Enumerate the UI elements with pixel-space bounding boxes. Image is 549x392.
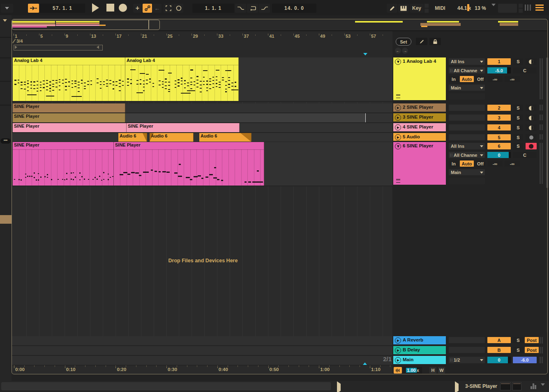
fold-arrow-icon[interactable] xyxy=(395,347,401,353)
io-input-box[interactable] xyxy=(449,124,485,131)
stop-button[interactable] xyxy=(106,4,114,11)
arrangement-position-display[interactable]: 57. 1. 1 xyxy=(40,4,85,13)
io-input-chooser[interactable]: All Ins xyxy=(449,143,485,149)
return-activator[interactable]: B xyxy=(487,347,511,353)
vertical-scrollbar[interactable] xyxy=(546,57,548,332)
record-button[interactable] xyxy=(119,4,127,12)
set-locator-button[interactable]: Set xyxy=(396,38,411,46)
browser-scroll-thumb[interactable] xyxy=(0,215,12,224)
return-lane-row[interactable] xyxy=(12,336,392,346)
unfold-arrow-icon[interactable] xyxy=(395,143,401,149)
playhead-marker-bottom[interactable] xyxy=(363,362,367,365)
main-pan-knob[interactable]: -6.0 xyxy=(513,357,537,363)
track-name-cell[interactable]: 4 SINE Player xyxy=(393,123,446,131)
io-output-chooser[interactable]: Main xyxy=(449,85,485,91)
io-extra-box[interactable] xyxy=(449,178,485,184)
fold-arrow-icon[interactable] xyxy=(395,124,401,131)
clip[interactable]: Audio 6 xyxy=(118,133,147,142)
arm-button[interactable] xyxy=(526,58,537,65)
time-signature-marker[interactable]: 3/4 xyxy=(16,39,23,44)
track-lane-row[interactable]: SINE Player xyxy=(12,113,392,123)
monitor-off-button[interactable]: Off xyxy=(475,76,486,82)
track-activator[interactable]: 3 xyxy=(487,115,511,121)
tempo-leader-dropdown[interactable] xyxy=(1,4,13,13)
volume-slider[interactable]: 0 xyxy=(487,152,511,158)
arrangement-loop-brace[interactable] xyxy=(14,45,103,50)
vertical-scrollbar-thumb[interactable] xyxy=(546,57,548,188)
fold-arrow-icon[interactable] xyxy=(395,115,401,121)
loop-end-handle[interactable] xyxy=(97,46,99,49)
time-selection-highlight[interactable] xyxy=(125,113,365,122)
capture-midi-button[interactable] xyxy=(164,4,173,13)
return-input-box[interactable] xyxy=(449,347,485,353)
arrangement-overview[interactable] xyxy=(12,19,547,31)
audition-button[interactable] xyxy=(394,367,402,374)
track-lane-row[interactable]: Audio 6Audio 6Audio 6 xyxy=(12,133,392,142)
automation-arm-button[interactable] xyxy=(143,4,152,13)
clip[interactable]: Analog Lab 4 xyxy=(13,57,125,101)
punch-in-button[interactable] xyxy=(235,4,246,13)
monitor-auto-button[interactable]: Auto xyxy=(460,76,474,82)
solo-button[interactable]: S xyxy=(513,337,523,343)
track-lane-row[interactable]: SINE PlayerSINE Player xyxy=(12,123,392,133)
fold-arrow-icon[interactable] xyxy=(395,357,401,363)
return-activator[interactable]: A xyxy=(487,337,511,343)
io-extra-box[interactable] xyxy=(449,93,485,100)
minutes-seconds-ruler[interactable]: 0:000:100:200:300:400:501:001:10 xyxy=(12,365,392,374)
track-lane-row[interactable]: SINE Player xyxy=(12,103,392,113)
monitor-off-button[interactable]: Off xyxy=(475,160,486,167)
device-thumbnail-2[interactable] xyxy=(512,382,521,390)
pre-post-toggle[interactable]: Post xyxy=(525,337,539,343)
status-play-button[interactable] xyxy=(337,384,341,391)
lock-envelopes-button[interactable] xyxy=(429,38,441,45)
playhead-marker-top[interactable] xyxy=(363,53,367,55)
monitor-auto-button[interactable]: Auto xyxy=(460,160,474,167)
main-output-chooser[interactable]: 1/2 xyxy=(449,357,485,363)
fold-arrow-icon[interactable] xyxy=(395,337,401,344)
loop-length-display[interactable]: 14. 0. 0 xyxy=(272,4,316,13)
pre-post-toggle[interactable]: Post xyxy=(525,347,539,353)
play-button[interactable] xyxy=(92,3,99,12)
track-name-cell[interactable]: 3 SINE Player xyxy=(393,113,446,121)
io-channel-chooser[interactable]: All Channe xyxy=(449,67,485,73)
track-lane-row[interactable]: SINE PlayerSINE Player xyxy=(12,142,392,186)
selected-device-title[interactable]: 3-SINE Player xyxy=(465,383,497,389)
arm-button[interactable] xyxy=(526,105,537,111)
io-channel-chooser[interactable]: All Channe xyxy=(449,152,485,158)
midi-map-button[interactable]: MIDI xyxy=(430,4,450,13)
computer-midi-keyboard-button[interactable] xyxy=(398,4,409,13)
volume-slider[interactable]: -5.0 xyxy=(487,67,511,73)
clip[interactable]: Audio 6 xyxy=(199,133,251,142)
automation-lane-toggle-icon[interactable] xyxy=(396,179,400,183)
monitor-in-button[interactable]: In xyxy=(449,160,459,167)
track-name-cell[interactable]: 2 SINE Player xyxy=(393,103,446,112)
device-thumbnail-1[interactable] xyxy=(500,382,511,390)
reenable-automation-button[interactable]: ← xyxy=(153,4,161,13)
automation-lane-toggle-icon[interactable] xyxy=(396,94,400,98)
follow-button[interactable] xyxy=(28,4,39,13)
fold-arrow-icon[interactable] xyxy=(395,105,401,111)
io-input-box[interactable] xyxy=(449,105,485,111)
draw-automation-button[interactable] xyxy=(416,38,427,45)
solo-button[interactable]: S xyxy=(513,58,523,65)
next-locator-button[interactable]: → xyxy=(402,48,408,54)
solo-button[interactable]: S xyxy=(513,115,523,121)
solo-button[interactable]: S xyxy=(513,143,523,149)
track-activator[interactable]: 4 xyxy=(487,124,511,131)
loop-start-handle[interactable] xyxy=(15,46,17,49)
arm-button[interactable] xyxy=(526,124,537,131)
cpu-dropdown-caret[interactable] xyxy=(491,6,496,14)
fade-in-handle[interactable] xyxy=(150,133,154,142)
browser-more-pill[interactable]: ••• xyxy=(0,138,11,144)
solo-button[interactable]: S xyxy=(513,105,523,111)
unfold-arrow-icon[interactable] xyxy=(395,59,401,65)
io-input-chooser[interactable]: All Ins xyxy=(449,58,485,65)
session-record-button[interactable] xyxy=(174,4,183,13)
track-activator[interactable]: 1 xyxy=(487,58,511,65)
solo-button[interactable]: S xyxy=(513,347,523,353)
device-play-button[interactable] xyxy=(455,384,459,391)
clip[interactable]: SINE Player xyxy=(13,113,125,122)
key-map-button[interactable]: Key xyxy=(410,4,424,13)
status-dropdown-caret[interactable] xyxy=(541,386,545,392)
track-activator[interactable]: 6 xyxy=(487,143,511,149)
